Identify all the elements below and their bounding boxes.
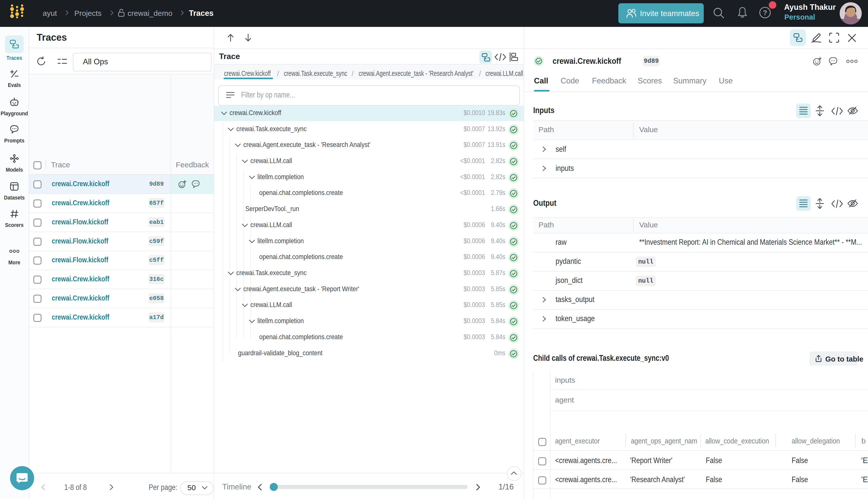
svg-text:?: ?	[763, 9, 767, 16]
